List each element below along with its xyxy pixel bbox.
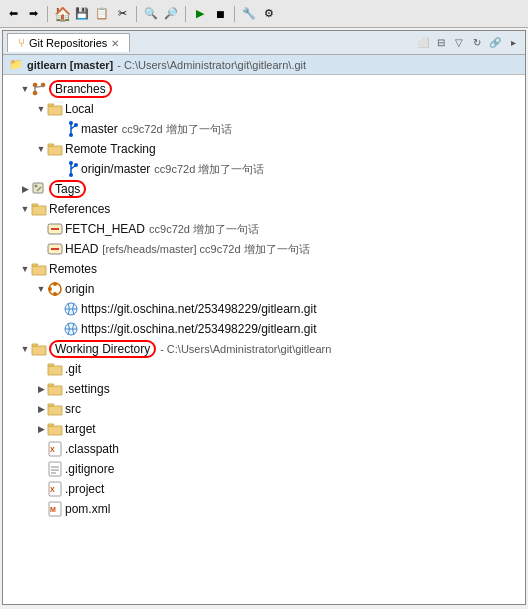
tab-maximize-icon[interactable]: ⊟	[433, 35, 449, 51]
tree-item-project[interactable]: X.project	[3, 479, 525, 499]
folder-icon	[31, 341, 47, 357]
tree-item-gitignore[interactable]: .gitignore	[3, 459, 525, 479]
expand-arrow-git-folder[interactable]	[35, 363, 47, 375]
svg-point-22	[53, 282, 57, 286]
node-label-head: HEAD	[65, 242, 98, 256]
repo-name: gitlearn [master]	[27, 59, 113, 71]
toolbar-icon-11[interactable]: 🔧	[240, 5, 258, 23]
tree-item-git-folder[interactable]: .git	[3, 359, 525, 379]
expand-arrow-origin[interactable]: ▼	[35, 283, 47, 295]
expand-arrow-target-folder[interactable]: ▶	[35, 423, 47, 435]
tree-item-fetch-head[interactable]: FETCH_HEADcc9c72d 增加了一句话	[3, 219, 525, 239]
tree-item-branches[interactable]: ▼Branches	[3, 79, 525, 99]
expand-arrow-classpath[interactable]	[35, 443, 47, 455]
tree-item-remote-url-2[interactable]: https://git.oschina.net/253498229/gitlea…	[3, 319, 525, 339]
node-label-git-folder: .git	[65, 362, 81, 376]
expand-arrow-origin-master[interactable]	[51, 163, 63, 175]
expand-arrow-project[interactable]	[35, 483, 47, 495]
repo-path: - C:\Users\Administrator\git\gitlearn\.g…	[117, 59, 306, 71]
expand-arrow-pomxml[interactable]	[35, 503, 47, 515]
git-repositories-tab[interactable]: ⑂ Git Repositories ✕	[7, 33, 130, 52]
tab-link-icon[interactable]: 🔗	[487, 35, 503, 51]
toolbar-icon-7[interactable]: 🔍	[142, 5, 160, 23]
tab-minimize-icon[interactable]: ⬜	[415, 35, 431, 51]
branches-icon	[31, 81, 47, 97]
svg-point-15	[35, 185, 38, 188]
tree-item-settings-folder[interactable]: ▶.settings	[3, 379, 525, 399]
expand-arrow-tags[interactable]: ▶	[19, 183, 31, 195]
svg-point-12	[69, 173, 73, 177]
toolbar-icon-6[interactable]: ✂	[113, 5, 131, 23]
toolbar-icon-4[interactable]: 💾	[73, 5, 91, 23]
expand-arrow-master[interactable]	[51, 123, 63, 135]
node-label-project: .project	[65, 482, 104, 496]
link-icon	[63, 321, 79, 337]
filexml-icon: X	[47, 441, 63, 457]
tab-close-button[interactable]: ✕	[111, 38, 119, 49]
node-label-remote-url-2: https://git.oschina.net/253498229/gitlea…	[81, 322, 317, 336]
expand-arrow-branches[interactable]: ▼	[19, 83, 31, 95]
tree-item-src-folder[interactable]: ▶src	[3, 399, 525, 419]
link-icon	[63, 301, 79, 317]
expand-arrow-settings-folder[interactable]: ▶	[35, 383, 47, 395]
node-label-remotes: Remotes	[49, 262, 97, 276]
ref-icon	[47, 241, 63, 257]
node-label-target-folder: target	[65, 422, 96, 436]
expand-arrow-src-folder[interactable]: ▶	[35, 403, 47, 415]
toolbar-sep-1	[47, 6, 48, 22]
node-meta-fetch-head: cc9c72d 增加了一句话	[149, 222, 259, 237]
tree-item-pomxml[interactable]: Mpom.xml	[3, 499, 525, 519]
toolbar-icon-5[interactable]: 📋	[93, 5, 111, 23]
expand-arrow-remotes[interactable]: ▼	[19, 263, 31, 275]
expand-arrow-head[interactable]	[35, 243, 47, 255]
tree-item-origin[interactable]: ▼origin	[3, 279, 525, 299]
expand-arrow-gitignore[interactable]	[35, 463, 47, 475]
tree-item-local[interactable]: ▼Local	[3, 99, 525, 119]
git-repositories-window: ⑂ Git Repositories ✕ ⬜ ⊟ ▽ ↻ 🔗 ▸ 📁 gitle…	[2, 30, 526, 605]
tree-item-classpath[interactable]: X.classpath	[3, 439, 525, 459]
filexml-icon: X	[47, 481, 63, 497]
node-label-branches: Branches	[55, 82, 106, 96]
toolbar-icon-1[interactable]: ⬅	[4, 5, 22, 23]
expand-arrow-references[interactable]: ▼	[19, 203, 31, 215]
expand-arrow-fetch-head[interactable]	[35, 223, 47, 235]
tree-item-head[interactable]: HEAD[refs/heads/master] cc9c72d 增加了一句话	[3, 239, 525, 259]
expand-arrow-remote-url-1[interactable]	[51, 303, 63, 315]
repo-header[interactable]: 📁 gitlearn [master] - C:\Users\Administr…	[3, 55, 525, 75]
toolbar-sep-4	[234, 6, 235, 22]
folder-icon	[47, 101, 63, 117]
repo-folder-icon: 📁	[9, 58, 23, 71]
tree-item-master[interactable]: mastercc9c72d 增加了一句话	[3, 119, 525, 139]
tab-menu-icon[interactable]: ▽	[451, 35, 467, 51]
tree-item-remote-url-1[interactable]: https://git.oschina.net/253498229/gitlea…	[3, 299, 525, 319]
toolbar-icon-8[interactable]: 🔎	[162, 5, 180, 23]
tab-toolbar: ⬜ ⊟ ▽ ↻ 🔗 ▸	[415, 35, 521, 51]
toolbar-icon-10[interactable]: ⏹	[211, 5, 229, 23]
ref-icon	[47, 221, 63, 237]
expand-arrow-remote-tracking[interactable]: ▼	[35, 143, 47, 155]
tab-bar: ⑂ Git Repositories ✕ ⬜ ⊟ ▽ ↻ 🔗 ▸	[3, 31, 525, 55]
tree-item-origin-master[interactable]: origin/mastercc9c72d 增加了一句话	[3, 159, 525, 179]
tree-item-remotes[interactable]: ▼Remotes	[3, 259, 525, 279]
tab-settings-icon[interactable]: ▸	[505, 35, 521, 51]
filem-icon: M	[47, 501, 63, 517]
tree-item-references[interactable]: ▼References	[3, 199, 525, 219]
tags-icon	[31, 181, 47, 197]
node-label-remote-url-1: https://git.oschina.net/253498229/gitlea…	[81, 302, 317, 316]
tree-item-tags[interactable]: ▶Tags	[3, 179, 525, 199]
folder-icon	[31, 201, 47, 217]
tree-item-working-dir[interactable]: ▼Working Directory- C:\Users\Administrat…	[3, 339, 525, 359]
branch-icon	[63, 121, 79, 137]
tree-item-remote-tracking[interactable]: ▼Remote Tracking	[3, 139, 525, 159]
toolbar-icon-3[interactable]: 🏠	[53, 5, 71, 23]
toolbar-icon-9[interactable]: ▶	[191, 5, 209, 23]
tree-item-target-folder[interactable]: ▶target	[3, 419, 525, 439]
node-label-working-dir: Working Directory	[55, 342, 150, 356]
toolbar-icon-2[interactable]: ➡	[24, 5, 42, 23]
node-label-classpath: .classpath	[65, 442, 119, 456]
tab-refresh-icon[interactable]: ↻	[469, 35, 485, 51]
expand-arrow-working-dir[interactable]: ▼	[19, 343, 31, 355]
expand-arrow-remote-url-2[interactable]	[51, 323, 63, 335]
toolbar-icon-12[interactable]: ⚙	[260, 5, 278, 23]
expand-arrow-local[interactable]: ▼	[35, 103, 47, 115]
